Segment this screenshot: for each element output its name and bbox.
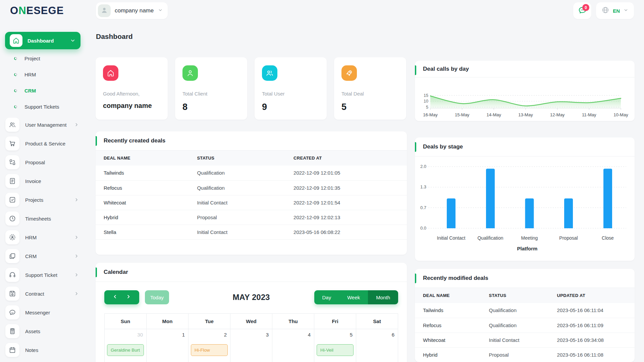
section-title: Recently created deals — [104, 137, 165, 144]
svg-text:5: 5 — [426, 105, 428, 110]
sidebar-item-label: User Management — [25, 122, 66, 128]
chat-badge: 0 — [582, 4, 589, 11]
calendar-day-cell[interactable]: 2Hi-Flow — [189, 329, 230, 362]
svg-text:Meeting: Meeting — [521, 235, 538, 241]
calendar-day-header-row: SunMonTueWedThuFriSat — [105, 314, 398, 329]
sidebar-subitem-support-tickets[interactable]: Support Tickets — [0, 99, 87, 115]
timestamp-cell: 2022-12-09 12:01:05 — [285, 166, 407, 180]
table-header-row: DEAL NAMESTATUSCREATED AT — [96, 150, 407, 166]
sidebar-sub-list: ProjectHRMCRMSupport Tickets — [0, 50, 87, 115]
calendar-event[interactable]: Geraldine Burt — [107, 344, 144, 356]
chevron-right-icon — [74, 122, 79, 127]
calendar-day-cell[interactable]: 3 — [230, 329, 272, 362]
timestamp-cell: 2023-05-16 06:08:22 — [285, 225, 407, 239]
timestamp-cell: 2023-05-16 06:11:09 — [549, 318, 635, 333]
calendar-day-header: Tue — [189, 314, 230, 329]
svg-text:Initial Contact: Initial Contact — [437, 235, 466, 241]
calendar-day-cell[interactable]: 1 — [147, 329, 189, 362]
sidebar-item-label: Projects — [25, 197, 43, 203]
sidebar-item-messenger[interactable]: Messenger — [0, 303, 87, 322]
calendar-date-number: 1 — [147, 329, 188, 338]
sidebar-item-proposal[interactable]: Proposal — [0, 153, 87, 172]
sidebar-item-list: User ManagementProduct & ServiceProposal… — [0, 115, 87, 359]
chevron-down-icon — [158, 7, 163, 14]
deal-name-cell: Stella — [96, 225, 189, 239]
sidebar-item-support-ticket[interactable]: Support Ticket — [0, 265, 87, 284]
table-row: RefocusQualification2023-05-16 06:11:09 — [415, 318, 635, 333]
sidebar-item-assets[interactable]: Assets — [0, 322, 87, 341]
table-row: HybridProposal2022-12-09 12:02:13 — [96, 210, 407, 225]
timestamp-cell: 2023-05-16 06:11:04 — [549, 303, 635, 318]
person-icon — [100, 6, 109, 16]
timestamp-cell: 2022-12-09 12:02:13 — [285, 210, 407, 225]
calendar-view-day[interactable]: Day — [314, 290, 339, 304]
calendar-day-cell[interactable]: 5Hi-Veil — [314, 329, 356, 362]
projects-icon — [5, 193, 19, 207]
stat-card-value: 9 — [262, 102, 319, 112]
calendar-view-month[interactable]: Month — [368, 290, 398, 304]
svg-text:Close: Close — [602, 235, 614, 241]
calendar-event[interactable]: Hi-Veil — [317, 344, 354, 356]
calendar-day-header: Fri — [314, 314, 356, 329]
status-cell: Initial Contact — [189, 225, 285, 239]
calendar-day-header: Sat — [356, 314, 398, 329]
sidebar-item-label: Assets — [25, 328, 40, 334]
notes-icon — [5, 343, 19, 357]
calendar-grid: SunMonTueWedThuFriSat 30Geraldine Burt12… — [104, 313, 398, 362]
sidebar-item-label: Messenger — [25, 310, 50, 315]
recently-created-deals-card: Recently created deals DEAL NAMESTATUSCR… — [96, 131, 407, 255]
column-header: STATUS — [481, 288, 549, 303]
chevron-left-icon[interactable] — [112, 294, 118, 301]
home-icon — [103, 65, 118, 81]
calendar-view-switcher: DayWeekMonth — [314, 290, 398, 304]
crm-icon — [5, 249, 19, 263]
sidebar-subitem-crm[interactable]: CRM — [0, 82, 87, 99]
calendar-date-number: 5 — [314, 329, 356, 338]
calendar-day-cell[interactable]: 6 — [356, 329, 398, 362]
sidebar-item-contract[interactable]: Contract — [0, 284, 87, 303]
today-button[interactable]: Today — [145, 290, 169, 304]
deals-by-stage-bar-chart: 0.00.71.32.0Initial ContactQualification… — [415, 157, 635, 260]
sidebar-item-dashboard[interactable]: Dashboard — [5, 32, 80, 49]
user-icon — [182, 65, 198, 81]
svg-text:0.7: 0.7 — [420, 205, 426, 210]
calendar-view-week[interactable]: Week — [339, 290, 368, 304]
sidebar-item-timesheets[interactable]: Timesheets — [0, 209, 87, 228]
sidebar-item-crm[interactable]: CRM — [0, 247, 87, 265]
svg-text:2.0: 2.0 — [420, 164, 426, 169]
language-selector[interactable]: EN — [596, 2, 634, 19]
sidebar-subitem-project[interactable]: Project — [0, 50, 87, 66]
recently-created-deals-table: DEAL NAMESTATUSCREATED AT TailwindsQuali… — [96, 150, 407, 240]
chevron-right-icon — [74, 197, 79, 202]
column-header: STATUS — [189, 150, 285, 166]
sidebar-subitem-hrm[interactable]: HRM — [0, 66, 87, 82]
brand-logo[interactable]: ONESEGE — [10, 5, 64, 17]
calendar-day-cell[interactable]: 4 — [272, 329, 314, 362]
sidebar-item-notes[interactable]: Notes — [0, 341, 87, 359]
sidebar-item-label: Support Ticket — [25, 272, 57, 278]
logo-accent-letter: N — [18, 5, 26, 16]
logo-text: O — [10, 5, 18, 16]
table-row: WhitecoatInitial Contact2023-05-16 09:34… — [415, 333, 635, 347]
calendar-event[interactable]: Hi-Flow — [191, 344, 228, 356]
sidebar-item-user-management[interactable]: User Management — [0, 115, 87, 134]
sidebar-item-label: Proposal — [25, 160, 45, 165]
calendar-day-cell[interactable]: 30Geraldine Burt — [105, 329, 147, 362]
chevron-right-icon[interactable] — [125, 294, 131, 301]
proposal-icon — [5, 155, 19, 169]
sidebar-item-projects[interactable]: Projects — [0, 190, 87, 209]
bullet-circle-icon — [14, 56, 18, 60]
users-icon — [262, 65, 277, 81]
status-cell: Proposal — [481, 347, 549, 362]
rocket-icon — [341, 65, 357, 81]
sidebar-item-invoice[interactable]: Invoice — [0, 172, 87, 190]
company-selector[interactable]: company name — [96, 2, 168, 19]
sidebar-item-hrm[interactable]: HRM — [0, 228, 87, 247]
section-title: Deals by stage — [423, 143, 463, 150]
stat-card-total-client: Total Client8 — [175, 57, 247, 120]
calendar-nav-buttons[interactable] — [104, 290, 139, 304]
sidebar-item-label: Dashboard — [28, 38, 54, 44]
deal-name-cell: Whitecoat — [415, 333, 481, 347]
sidebar-item-product-service[interactable]: Product & Service — [0, 134, 87, 153]
chat-button[interactable]: 0 — [573, 2, 591, 19]
